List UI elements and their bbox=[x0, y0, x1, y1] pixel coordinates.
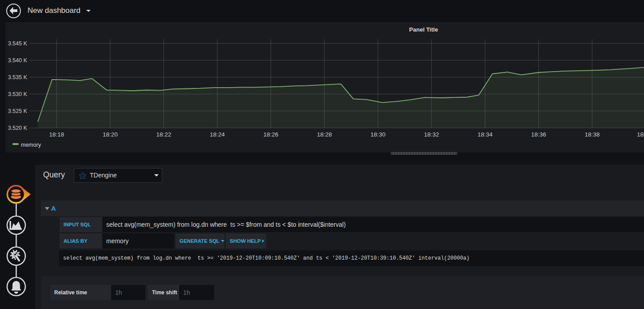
svg-text:3.530 K: 3.530 K bbox=[8, 91, 28, 97]
svg-text:18:18: 18:18 bbox=[49, 131, 64, 138]
svg-text:18:22: 18:22 bbox=[156, 131, 171, 138]
svg-text:18:24: 18:24 bbox=[210, 131, 225, 138]
svg-text:18:32: 18:32 bbox=[424, 131, 439, 138]
svg-text:3.520 K: 3.520 K bbox=[8, 125, 28, 131]
svg-text:18:20: 18:20 bbox=[103, 131, 118, 138]
svg-text:18:4: 18:4 bbox=[637, 131, 644, 138]
svg-text:18:34: 18:34 bbox=[477, 131, 492, 138]
svg-text:memory: memory bbox=[21, 142, 41, 148]
svg-text:3.525 K: 3.525 K bbox=[8, 108, 28, 114]
svg-text:3.535 K: 3.535 K bbox=[8, 74, 28, 80]
svg-text:3.545 K: 3.545 K bbox=[8, 40, 28, 47]
svg-text:3.540 K: 3.540 K bbox=[8, 57, 28, 64]
svg-text:18:38: 18:38 bbox=[584, 131, 600, 138]
svg-text:18:26: 18:26 bbox=[263, 131, 278, 138]
svg-text:18:30: 18:30 bbox=[370, 131, 385, 138]
svg-text:18:36: 18:36 bbox=[531, 131, 546, 138]
svg-text:18:28: 18:28 bbox=[317, 131, 332, 138]
